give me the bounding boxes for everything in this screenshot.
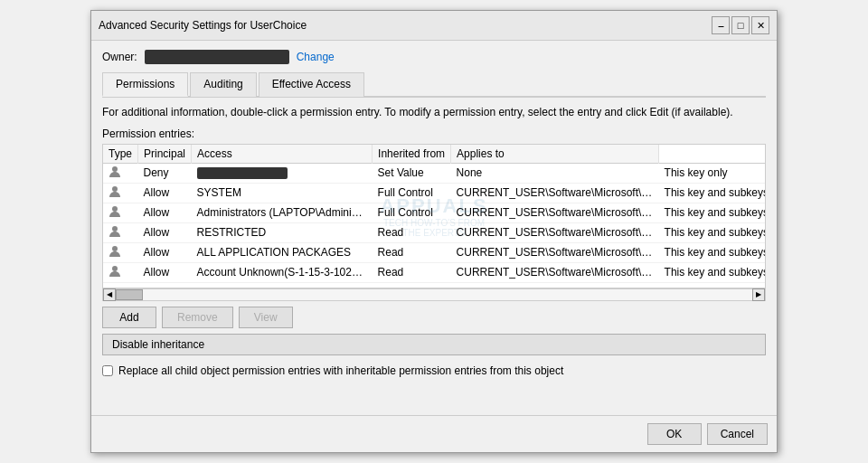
replace-checkbox-row: Replace all child object permission entr… xyxy=(102,364,766,377)
info-text: For additional information, double-click… xyxy=(102,105,766,120)
row-inherited-from: CURRENT_USER\Software\Microsoft\Windo... xyxy=(451,262,659,282)
section-label: Permission entries: xyxy=(102,128,766,140)
view-button[interactable]: View xyxy=(239,307,293,328)
row-access: Set Value xyxy=(373,163,451,183)
row-type: Allow xyxy=(138,242,192,262)
remove-button[interactable]: Remove xyxy=(162,307,233,328)
table-row[interactable]: AllowAdministrators (LAPTOP\Administrato… xyxy=(103,203,766,222)
user-icon xyxy=(108,225,121,238)
row-inherited-from: CURRENT_USER\Software\Microsoft\Windo... xyxy=(451,222,659,242)
row-applies-to: This key and subkeys xyxy=(659,222,766,242)
row-type: Allow xyxy=(138,183,192,203)
user-icon xyxy=(108,205,121,218)
row-icon-cell xyxy=(103,183,138,203)
row-access: Read xyxy=(373,222,451,242)
row-applies-to: This key only xyxy=(659,163,766,183)
tab-bar: Permissions Auditing Effective Access xyxy=(102,71,766,98)
row-inherited-from: CURRENT_USER\Software\Microsoft\Windo... xyxy=(451,183,659,203)
row-icon-cell xyxy=(103,262,138,282)
table-row[interactable]: AllowALL APPLICATION PACKAGESReadCURRENT… xyxy=(103,242,766,262)
tab-permissions[interactable]: Permissions xyxy=(102,72,188,97)
tab-effective-access[interactable]: Effective Access xyxy=(259,72,364,97)
col-header-access: Access xyxy=(192,145,373,164)
col-header-applies-to: Applies to xyxy=(451,145,659,164)
row-principal: RESTRICTED xyxy=(192,222,373,242)
row-icon-cell xyxy=(103,163,138,183)
bottom-button-row: OK Cancel xyxy=(91,415,777,452)
close-button[interactable]: ✕ xyxy=(751,16,769,34)
row-principal xyxy=(192,163,373,183)
user-icon xyxy=(108,185,121,198)
window-controls: ‒ □ ✕ xyxy=(712,16,769,34)
row-principal: SYSTEM xyxy=(192,183,373,203)
row-applies-to: This key and subkeys xyxy=(659,262,766,282)
table-header-row: Type Principal Access Inherited from App… xyxy=(103,145,766,164)
scroll-right-arrow[interactable]: ▶ xyxy=(752,288,765,301)
col-header-principal: Principal xyxy=(138,145,192,164)
minimize-button[interactable]: ‒ xyxy=(712,16,730,34)
row-inherited-from: None xyxy=(451,163,659,183)
row-type: Allow xyxy=(138,222,192,242)
svg-point-1 xyxy=(112,186,118,192)
row-applies-to: This key and subkeys xyxy=(659,203,766,222)
row-applies-to: This key and subkeys xyxy=(659,183,766,203)
table-row[interactable]: AllowRESTRICTEDReadCURRENT_USER\Software… xyxy=(103,222,766,242)
titlebar: Advanced Security Settings for UserChoic… xyxy=(91,11,777,41)
dialog-content: Owner: Change Permissions Auditing Effec… xyxy=(91,41,777,415)
row-icon-cell xyxy=(103,222,138,242)
advanced-security-dialog: Advanced Security Settings for UserChoic… xyxy=(90,10,778,453)
svg-point-0 xyxy=(112,166,118,172)
ok-button[interactable]: OK xyxy=(647,423,702,445)
scroll-thumb[interactable] xyxy=(116,289,143,300)
svg-point-2 xyxy=(112,206,118,212)
row-access: Full Control xyxy=(373,183,451,203)
svg-point-4 xyxy=(112,246,118,251)
row-applies-to: This key and subkeys xyxy=(659,242,766,262)
col-header-inherited-from: Inherited from xyxy=(373,145,451,164)
user-icon xyxy=(108,165,121,178)
dialog-title: Advanced Security Settings for UserChoic… xyxy=(99,19,307,32)
row-principal: Administrators (LAPTOP\Administrators) xyxy=(192,203,373,222)
tab-auditing[interactable]: Auditing xyxy=(190,72,256,97)
disable-inheritance-button[interactable]: Disable inheritance xyxy=(102,334,766,355)
row-access: Full Control xyxy=(373,203,451,222)
owner-value-redacted xyxy=(145,50,289,64)
cancel-button[interactable]: Cancel xyxy=(707,423,768,445)
row-inherited-from: CURRENT_USER\Software\Microsoft\Windo... xyxy=(451,242,659,262)
row-icon-cell xyxy=(103,203,138,222)
permissions-table-container: Type Principal Access Inherited from App… xyxy=(102,144,766,288)
row-icon-cell xyxy=(103,242,138,262)
row-principal: Account Unknown(S-1-15-3-1024-1065365936… xyxy=(192,262,373,282)
row-inherited-from: CURRENT_USER\Software\Microsoft\Windo... xyxy=(451,203,659,222)
table-row[interactable]: AllowSYSTEMFull ControlCURRENT_USER\Soft… xyxy=(103,183,766,203)
user-icon xyxy=(108,265,121,278)
user-icon xyxy=(108,245,121,258)
add-button[interactable]: Add xyxy=(102,307,156,328)
action-button-row: Add Remove View xyxy=(102,307,766,328)
row-access: Read xyxy=(373,262,451,282)
col-header-type: Type xyxy=(103,145,138,164)
table-row[interactable]: AllowAccount Unknown(S-1-15-3-1024-10653… xyxy=(103,262,766,282)
svg-point-5 xyxy=(112,266,118,271)
row-type: Allow xyxy=(138,203,192,222)
scroll-left-arrow[interactable]: ◀ xyxy=(103,288,116,301)
horizontal-scrollbar[interactable]: ◀ ▶ xyxy=(102,288,766,301)
maximize-button[interactable]: □ xyxy=(731,16,750,34)
table-row[interactable]: DenySet ValueNoneThis key only xyxy=(103,163,766,183)
owner-row: Owner: Change xyxy=(102,50,766,64)
permissions-table: Type Principal Access Inherited from App… xyxy=(103,145,766,283)
replace-checkbox-label: Replace all child object permission entr… xyxy=(118,364,563,377)
svg-point-3 xyxy=(112,226,118,232)
owner-change-link[interactable]: Change xyxy=(297,51,335,63)
owner-label: Owner: xyxy=(102,51,137,63)
row-type: Deny xyxy=(138,163,192,183)
row-principal: ALL APPLICATION PACKAGES xyxy=(192,242,373,262)
row-access: Read xyxy=(373,242,451,262)
replace-checkbox[interactable] xyxy=(102,365,113,376)
row-type: Allow xyxy=(138,262,192,282)
